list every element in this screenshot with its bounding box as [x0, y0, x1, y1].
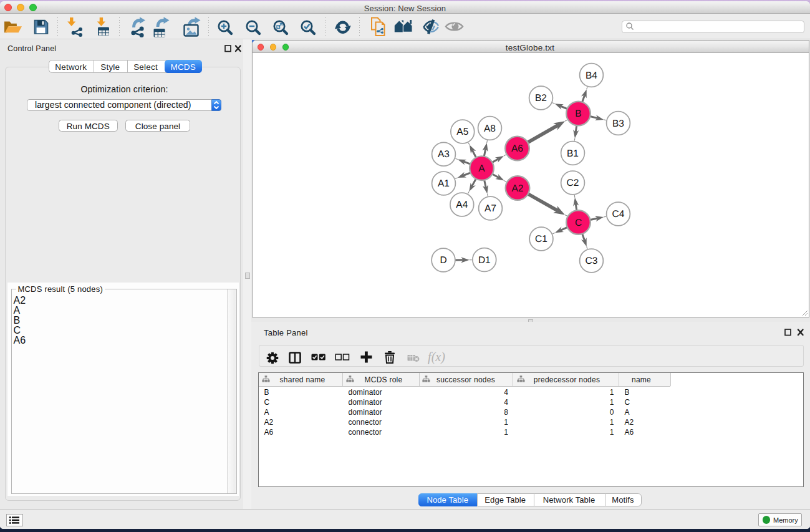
svg-text:A7: A7 [485, 203, 496, 214]
svg-text:A5: A5 [456, 127, 468, 137]
svg-text:A8: A8 [484, 123, 496, 134]
svg-text:A: A [478, 163, 485, 174]
svg-text:A4: A4 [456, 200, 468, 210]
svg-text:C2: C2 [566, 178, 579, 188]
svg-text:A1: A1 [438, 178, 450, 189]
svg-text:C3: C3 [585, 256, 597, 266]
svg-text:B2: B2 [535, 93, 547, 104]
svg-text:D: D [440, 255, 446, 266]
svg-text:C1: C1 [535, 234, 547, 244]
svg-text:A3: A3 [438, 149, 450, 160]
svg-text:A2: A2 [511, 183, 523, 194]
svg-text:B: B [575, 109, 581, 119]
svg-text:B3: B3 [612, 118, 624, 129]
svg-text:A6: A6 [511, 143, 523, 154]
svg-text:C: C [574, 218, 581, 228]
svg-text:C4: C4 [612, 209, 624, 220]
svg-text:B4: B4 [586, 70, 597, 81]
svg-text:D1: D1 [478, 255, 490, 266]
svg-text:B1: B1 [567, 148, 579, 159]
